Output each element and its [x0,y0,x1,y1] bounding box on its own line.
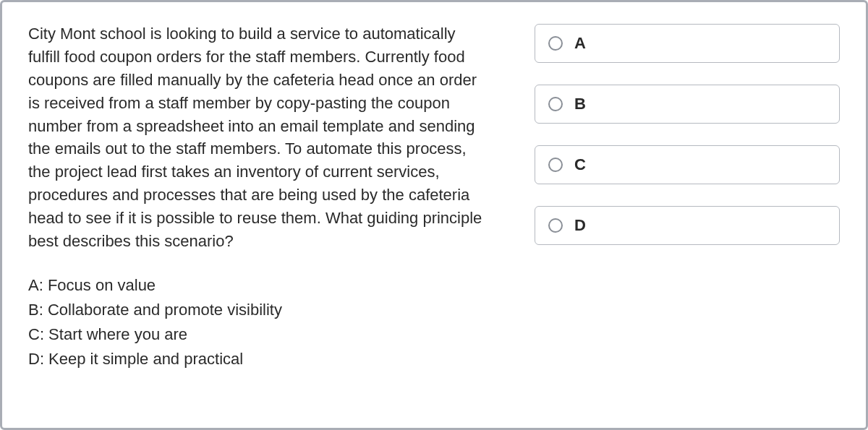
option-c[interactable]: C [535,145,840,184]
radio-icon [548,97,563,111]
radio-icon [548,36,563,51]
option-d[interactable]: D [535,206,840,245]
option-b-label: B [574,95,586,113]
question-text: City Mont school is looking to build a s… [28,22,491,253]
options-column: A B C D [535,22,840,406]
radio-icon [548,218,563,233]
option-b[interactable]: B [535,85,840,124]
radio-icon [548,158,563,172]
option-a[interactable]: A [535,24,840,63]
answer-key-c: C: Start where you are [28,322,491,347]
answer-key-a: A: Focus on value [28,273,491,298]
answer-key-d: D: Keep it simple and practical [28,347,491,371]
option-a-label: A [574,34,586,53]
option-c-label: C [574,155,586,174]
question-column: City Mont school is looking to build a s… [28,22,491,406]
question-card: City Mont school is looking to build a s… [0,0,868,430]
answer-key-list: A: Focus on value B: Collaborate and pro… [28,273,491,371]
option-d-label: D [574,216,586,235]
answer-key-b: B: Collaborate and promote visibility [28,298,491,322]
